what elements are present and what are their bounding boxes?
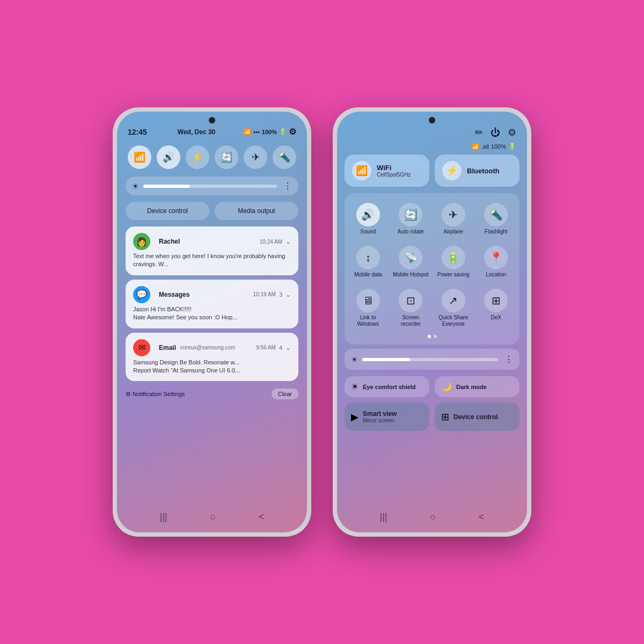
wifi-icon-right: 📶 [472,143,479,150]
brightness-fill-left [143,185,190,188]
powersaving-tile-icon: 🔋 [442,246,465,269]
signal-right: .all [481,143,489,150]
notif-count-messages: 3 [279,291,282,298]
edit-icon[interactable]: ✏ [475,127,483,138]
notif-icon-email: ✉ [133,339,150,356]
eye-comfort-icon: ☀ [351,382,358,392]
linktowindows-tile-icon: 🖥 [356,289,380,312]
battery-pct-right: 100% [491,143,506,150]
nav-back-icon[interactable]: < [259,511,265,523]
brightness-more-left[interactable]: ⋮ [283,181,292,191]
notif-email-addr: coreux@samsung.com [180,345,235,350]
dex-tile-label: DeX [491,314,501,321]
tile-dex[interactable]: ⊞ DeX [476,284,517,332]
device-control-btn[interactable]: Device control [126,202,209,220]
tile-flashlight[interactable]: 🔦 Flashlight [476,199,517,239]
status-bar-left: 12:45 Wed, Dec 30 📶 ••• 100% 🔋 ⚙ [117,112,307,141]
eye-comfort-label: Eye comfort shield [363,384,415,390]
small-tiles-grid: 🔊 Sound 🔄 Auto rotate ✈ Airplane 🔦 Flash… [348,199,516,332]
tile-quickshare[interactable]: ↗ Quick Share Everyone [433,284,474,332]
toggle-airplane[interactable]: ✈ [244,145,267,169]
battery-icon-right: 🔋 [508,143,516,150]
tile-powersaving[interactable]: 🔋 Power saving [433,241,474,282]
status-bar-right: 📶 .all 100% 🔋 [337,143,527,152]
notif-expand-rachel[interactable]: ⌄ [286,238,291,245]
bluetooth-label: Bluetooth [467,167,500,175]
brightness-fill-right [362,358,410,361]
autorotate-tile-label: Auto rotate [398,229,424,235]
notif-icon-messages: 💬 [133,286,150,303]
smart-view-sub: Mirror screen [363,418,397,423]
brightness-bar-right[interactable] [362,358,498,361]
nav-back-icon-right[interactable]: < [479,511,485,523]
smart-view-icon: ▶ [351,411,358,423]
airplane-tile-label: Airplane [443,229,463,235]
notif-body-email: Samsung Design Be Bold. Resonate w... Re… [133,358,291,375]
tile-screenrecorder[interactable]: ⊡ Screen recorder [391,284,431,332]
status-icons: 📶 ••• 100% 🔋 ⚙ [244,127,296,137]
notification-email[interactable]: ✉ Email coreux@samsung.com 9:56 AM 4 ⌄ S… [126,333,298,382]
screenrecorder-tile-label: Screen recorder [393,314,429,327]
linktowindows-tile-label: Link to Windows [350,314,386,327]
dark-mode-btn[interactable]: 🌙 Dark mode [435,376,519,397]
notification-settings-btn[interactable]: ⚙ Notification Settings [126,391,185,398]
device-control-label: Device control [453,413,498,421]
notif-icon-rachel: 👩 [133,233,150,250]
location-tile-icon: 📍 [484,246,508,269]
notification-messages[interactable]: 💬 Messages 10:19 AM 3 ⌄ Jason Hi I'm BAC… [126,280,298,328]
notification-rachel[interactable]: 👩 Rachel 10:24 AM ⌄ Text me when you get… [126,226,298,275]
notif-expand-messages[interactable]: ⌄ [286,291,291,298]
toggle-sound[interactable]: 🔊 [157,145,180,169]
nav-recent-icon[interactable]: ||| [160,511,167,523]
tile-airplane[interactable]: ✈ Airplane [433,199,474,239]
toggle-flashlight[interactable]: 🔦 [273,145,296,169]
device-control-icon: ⊞ [441,411,449,423]
tile-hotspot[interactable]: 📡 Mobile Hotspot [391,241,431,282]
dark-mode-label: Dark mode [456,384,487,390]
sound-tile-label: Sound [360,229,376,235]
sound-tile-icon: 🔊 [356,203,380,226]
clear-notifications-btn[interactable]: Clear [272,389,298,399]
brightness-row-right[interactable]: ☀ ⋮ [345,349,519,370]
wifi-big-tile[interactable]: 📶 WiFi CellSpot5GHz [345,155,429,187]
tile-autorotate[interactable]: 🔄 Auto rotate [391,199,431,239]
brightness-more-right[interactable]: ⋮ [504,354,513,364]
nav-recent-icon-right[interactable]: ||| [380,511,387,523]
tile-location[interactable]: 📍 Location [476,241,517,282]
media-output-btn[interactable]: Media output [215,202,298,220]
tile-sound[interactable]: 🔊 Sound [348,199,389,239]
bottom-tiles-row: ▶ Smart view Mirror screen ⊞ Device cont… [337,400,527,433]
settings-icon-left[interactable]: ⚙ [289,127,296,137]
camera-notch-right [429,117,435,123]
tile-mobiledata[interactable]: ↕ Mobile data [348,241,389,282]
tile-linktowindows[interactable]: 🖥 Link to Windows [348,284,389,332]
device-control-text: Device control [453,413,498,421]
notif-expand-email[interactable]: ⌄ [286,344,291,352]
device-control-tile[interactable]: ⊞ Device control [435,402,519,431]
toggle-bluetooth[interactable]: ⚡ [186,145,209,169]
notif-body-rachel: Text me when you get here! I know you're… [133,252,291,269]
smart-view-text: Smart view Mirror screen [363,410,397,423]
mobiledata-tile-icon: ↕ [356,246,380,269]
nav-home-icon-right[interactable]: ○ [430,511,436,523]
toggle-autorotate[interactable]: 🔄 [215,145,238,169]
location-tile-label: Location [486,272,506,278]
nav-home-icon[interactable]: ○ [210,511,216,523]
brightness-row-left[interactable]: ☀ ⋮ [126,177,298,195]
wifi-sub: CellSpot5GHz [377,172,411,178]
notif-time-email: 9:56 AM [256,345,276,350]
bluetooth-big-tile[interactable]: ⚡ Bluetooth [435,155,519,187]
power-icon[interactable]: ⏻ [491,127,500,138]
phone-right: ✏ ⏻ ⚙ 100% 📶 .all 100% 🔋 📶 WiFi CellSpot… [333,107,531,537]
brightness-bar-left[interactable] [143,185,277,188]
smart-view-tile[interactable]: ▶ Smart view Mirror screen [345,402,429,431]
notif-count-email: 4 [279,345,282,351]
toggle-wifi[interactable]: 📶 [128,145,151,169]
eye-comfort-btn[interactable]: ☀ Eye comfort shield [345,376,429,397]
notification-footer: ⚙ Notification Settings Clear [117,384,307,401]
battery-icon: 🔋 [279,128,287,135]
bluetooth-big-tile-text: Bluetooth [467,167,500,175]
bluetooth-big-tile-icon: ⚡ [442,161,462,180]
settings-icon-right[interactable]: ⚙ [508,127,516,138]
wifi-status-icon: 📶 [244,128,251,135]
